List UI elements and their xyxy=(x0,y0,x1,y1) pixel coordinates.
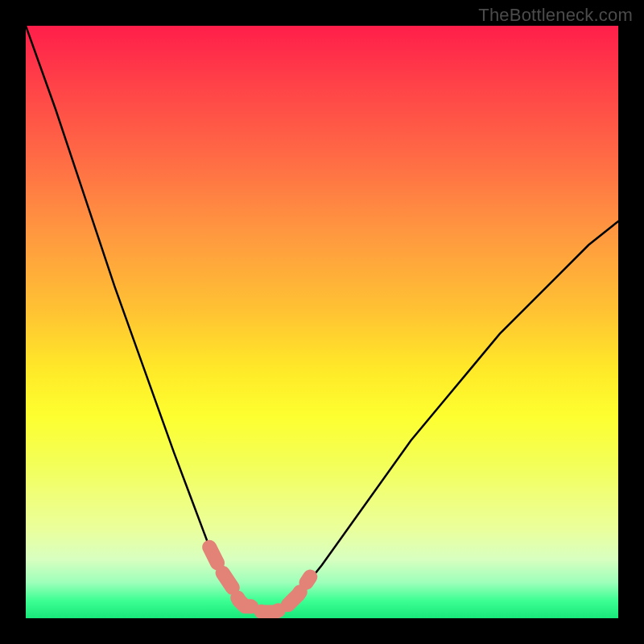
bottleneck-curve xyxy=(26,26,618,613)
chart-svg xyxy=(26,26,618,618)
watermark-text: TheBottleneck.com xyxy=(478,5,633,26)
chart-frame: TheBottleneck.com xyxy=(0,0,644,644)
plot-area xyxy=(26,26,618,618)
salmon-segment xyxy=(209,547,310,613)
